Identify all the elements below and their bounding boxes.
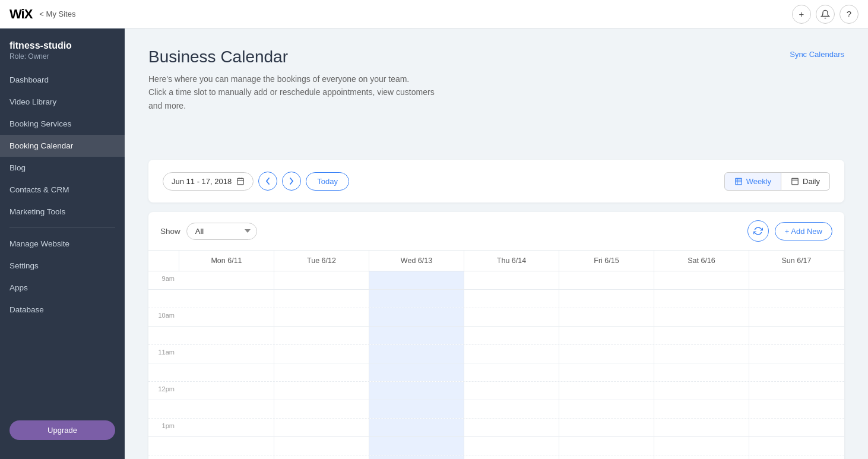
- grid-cell-2-0[interactable]: [179, 308, 274, 326]
- grid-cell-2-4[interactable]: [559, 308, 654, 326]
- sync-calendars-link[interactable]: Sync Calendars: [790, 48, 844, 59]
- add-new-button[interactable]: + Add New: [775, 222, 832, 240]
- grid-cell-8-0[interactable]: [179, 419, 274, 436]
- grid-cell-3-1[interactable]: [274, 327, 369, 344]
- my-sites-link[interactable]: < My Sites: [39, 10, 75, 18]
- grid-cell-5-3[interactable]: [464, 363, 559, 381]
- sidebar-item-booking-services[interactable]: Booking Services: [0, 113, 125, 135]
- grid-cell-1-6[interactable]: [749, 290, 844, 308]
- grid-cell-7-4[interactable]: [559, 400, 654, 418]
- grid-cell-4-5[interactable]: [654, 345, 749, 363]
- grid-cell-8-2[interactable]: [369, 419, 464, 436]
- grid-cell-6-4[interactable]: [559, 382, 654, 400]
- sidebar-item-manage-website[interactable]: Manage Website: [0, 233, 125, 255]
- sidebar-item-video-library[interactable]: Video Library: [0, 91, 125, 113]
- grid-cell-5-1[interactable]: [274, 363, 369, 381]
- grid-cell-1-0[interactable]: [179, 290, 274, 308]
- next-week-button[interactable]: [282, 172, 301, 191]
- grid-cell-6-2[interactable]: [369, 382, 464, 400]
- sidebar-item-marketing-tools[interactable]: Marketing Tools: [0, 201, 125, 223]
- sidebar-item-blog[interactable]: Blog: [0, 157, 125, 179]
- refresh-button[interactable]: [747, 220, 769, 242]
- grid-cell-3-3[interactable]: [464, 327, 559, 344]
- help-button[interactable]: ?: [840, 5, 859, 24]
- grid-cell-4-3[interactable]: [464, 345, 559, 363]
- sidebar-item-apps[interactable]: Apps: [0, 277, 125, 299]
- add-button[interactable]: +: [792, 5, 811, 24]
- grid-cell-1-4[interactable]: [559, 290, 654, 308]
- grid-cell-3-2[interactable]: [369, 327, 464, 344]
- grid-cell-10-1[interactable]: [274, 455, 369, 459]
- grid-cell-4-0[interactable]: [179, 345, 274, 363]
- grid-cell-0-6[interactable]: [749, 271, 844, 289]
- grid-cell-0-2[interactable]: [369, 271, 464, 289]
- sidebar-item-settings[interactable]: Settings: [0, 255, 125, 277]
- grid-cell-9-4[interactable]: [559, 437, 654, 455]
- grid-cell-1-3[interactable]: [464, 290, 559, 308]
- filter-select[interactable]: All My bookings Staff: [186, 223, 257, 240]
- grid-cell-2-3[interactable]: [464, 308, 559, 326]
- grid-cell-10-3[interactable]: [464, 455, 559, 459]
- grid-cell-7-5[interactable]: [654, 400, 749, 418]
- grid-cell-4-1[interactable]: [274, 345, 369, 363]
- grid-cell-3-5[interactable]: [654, 327, 749, 344]
- grid-cell-0-4[interactable]: [559, 271, 654, 289]
- grid-cell-9-0[interactable]: [179, 437, 274, 455]
- grid-cell-0-3[interactable]: [464, 271, 559, 289]
- grid-cell-8-6[interactable]: [749, 419, 844, 436]
- grid-cell-1-2[interactable]: [369, 290, 464, 308]
- grid-cell-9-1[interactable]: [274, 437, 369, 455]
- grid-cell-8-3[interactable]: [464, 419, 559, 436]
- grid-cell-6-5[interactable]: [654, 382, 749, 400]
- grid-cell-9-6[interactable]: [749, 437, 844, 455]
- grid-cell-4-2[interactable]: [369, 345, 464, 363]
- grid-cell-10-0[interactable]: [179, 455, 274, 459]
- grid-cell-10-5[interactable]: [654, 455, 749, 459]
- grid-cell-1-5[interactable]: [654, 290, 749, 308]
- grid-cell-2-1[interactable]: [274, 308, 369, 326]
- grid-cell-4-4[interactable]: [559, 345, 654, 363]
- grid-cell-3-4[interactable]: [559, 327, 654, 344]
- grid-cell-0-1[interactable]: [274, 271, 369, 289]
- prev-week-button[interactable]: [258, 172, 277, 191]
- grid-cell-1-1[interactable]: [274, 290, 369, 308]
- grid-cell-5-4[interactable]: [559, 363, 654, 381]
- grid-cell-4-6[interactable]: [749, 345, 844, 363]
- grid-cell-7-3[interactable]: [464, 400, 559, 418]
- grid-cell-5-2[interactable]: [369, 363, 464, 381]
- sidebar-item-contacts-crm[interactable]: Contacts & CRM: [0, 179, 125, 201]
- grid-cell-9-2[interactable]: [369, 437, 464, 455]
- grid-cell-9-5[interactable]: [654, 437, 749, 455]
- grid-cell-6-0[interactable]: [179, 382, 274, 400]
- grid-cell-8-5[interactable]: [654, 419, 749, 436]
- grid-cell-5-0[interactable]: [179, 363, 274, 381]
- grid-cell-9-3[interactable]: [464, 437, 559, 455]
- grid-cell-7-0[interactable]: [179, 400, 274, 418]
- grid-cell-7-1[interactable]: [274, 400, 369, 418]
- daily-view-button[interactable]: Daily: [781, 172, 830, 191]
- grid-cell-5-5[interactable]: [654, 363, 749, 381]
- grid-cell-10-4[interactable]: [559, 455, 654, 459]
- grid-cell-8-4[interactable]: [559, 419, 654, 436]
- grid-cell-2-5[interactable]: [654, 308, 749, 326]
- today-button[interactable]: Today: [306, 172, 349, 191]
- grid-cell-2-6[interactable]: [749, 308, 844, 326]
- grid-cell-3-6[interactable]: [749, 327, 844, 344]
- grid-cell-6-3[interactable]: [464, 382, 559, 400]
- grid-cell-10-2[interactable]: [369, 455, 464, 459]
- date-range-selector[interactable]: Jun 11 - 17, 2018: [163, 172, 254, 191]
- grid-cell-7-2[interactable]: [369, 400, 464, 418]
- grid-cell-6-1[interactable]: [274, 382, 369, 400]
- weekly-view-button[interactable]: Weekly: [724, 172, 781, 191]
- sidebar-item-database[interactable]: Database: [0, 299, 125, 321]
- grid-cell-6-6[interactable]: [749, 382, 844, 400]
- notifications-button[interactable]: [816, 5, 835, 24]
- grid-cell-2-2[interactable]: [369, 308, 464, 326]
- sidebar-item-booking-calendar[interactable]: Booking Calendar: [0, 135, 125, 157]
- grid-cell-8-1[interactable]: [274, 419, 369, 436]
- grid-cell-0-0[interactable]: [179, 271, 274, 289]
- grid-cell-3-0[interactable]: [179, 327, 274, 344]
- upgrade-button[interactable]: Upgrade: [9, 420, 115, 440]
- grid-cell-0-5[interactable]: [654, 271, 749, 289]
- grid-cell-7-6[interactable]: [749, 400, 844, 418]
